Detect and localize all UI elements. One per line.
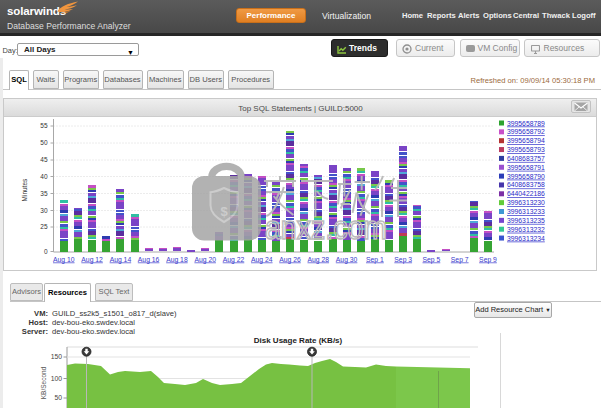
svg-text:55: 55	[40, 122, 48, 129]
svg-text:Aug 24: Aug 24	[251, 256, 273, 264]
svg-text:Aug 18: Aug 18	[166, 256, 188, 264]
svg-text:30: 30	[40, 207, 48, 214]
svg-text:3996313234: 3996313234	[507, 235, 545, 242]
svg-text:Aug 10: Aug 10	[53, 256, 75, 264]
svg-text:45: 45	[40, 156, 48, 163]
svg-text:35: 35	[40, 190, 48, 197]
svg-text:Aug 20: Aug 20	[194, 256, 216, 264]
svg-text:Disk Usage Rate (KB/s): Disk Usage Rate (KB/s)	[254, 336, 343, 345]
svg-text:Sep 7: Sep 7	[451, 256, 469, 264]
svg-text:Aug 30: Aug 30	[336, 256, 358, 264]
svg-text:3996313233: 3996313233	[507, 208, 545, 215]
svg-text:150: 150	[51, 353, 63, 360]
svg-text:0: 0	[44, 248, 48, 255]
svg-text:3995658791: 3995658791	[507, 164, 545, 171]
svg-text:50: 50	[54, 394, 62, 401]
svg-text:100: 100	[51, 375, 63, 382]
svg-text:Sep 5: Sep 5	[423, 256, 441, 264]
svg-text:3996313230: 3996313230	[507, 199, 545, 206]
svg-text:Sep 3: Sep 3	[394, 256, 412, 264]
svg-text:6408683757: 6408683757	[507, 155, 545, 162]
svg-text:3995658790: 3995658790	[507, 173, 545, 180]
svg-text:KB/Second: KB/Second	[40, 366, 47, 399]
svg-text:anxz.com: anxz.com	[265, 209, 387, 246]
svg-text:3996313232: 3996313232	[507, 226, 545, 233]
svg-text:Aug 22: Aug 22	[223, 256, 245, 264]
svg-text:3995658794: 3995658794	[507, 137, 545, 144]
svg-text:Aug 28: Aug 28	[308, 256, 330, 264]
svg-text:6440422186: 6440422186	[507, 190, 545, 197]
svg-text:50: 50	[40, 139, 48, 146]
svg-text:Aug 26: Aug 26	[279, 256, 301, 264]
svg-text:Aug 12: Aug 12	[81, 256, 103, 264]
svg-text:Sep 9: Sep 9	[479, 256, 497, 264]
svg-text:Sep 1: Sep 1	[366, 256, 384, 264]
svg-text:3995658793: 3995658793	[507, 146, 545, 153]
svg-text:6408683758: 6408683758	[507, 181, 545, 188]
svg-text:$: $	[220, 204, 228, 219]
svg-text:3995658789: 3995658789	[507, 120, 545, 127]
svg-text:Aug 16: Aug 16	[138, 256, 160, 264]
svg-text:Aug 14: Aug 14	[110, 256, 132, 264]
svg-text:40: 40	[40, 173, 48, 180]
svg-text:3996313235: 3996313235	[507, 217, 545, 224]
svg-text:Minutes: Minutes	[21, 178, 28, 202]
svg-text:25: 25	[40, 223, 48, 230]
svg-text:3995658792: 3995658792	[507, 128, 545, 135]
